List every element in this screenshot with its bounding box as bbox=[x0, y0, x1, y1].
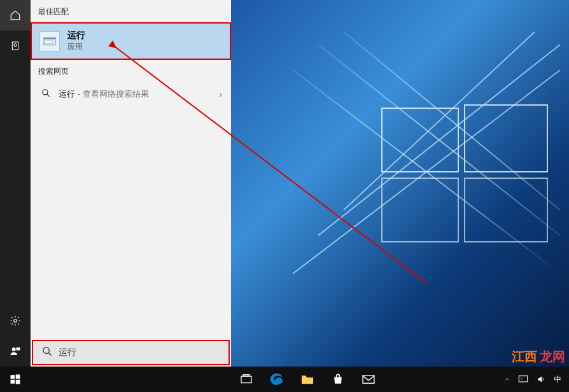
svg-rect-16 bbox=[11, 375, 15, 379]
desktop: 最佳匹配 运行 应用 搜索网页 运行 - 查看网络搜索结果 › bbox=[0, 0, 569, 392]
svg-rect-18 bbox=[11, 380, 15, 384]
svg-rect-21 bbox=[243, 375, 249, 376]
svg-rect-17 bbox=[16, 375, 20, 379]
start-button[interactable] bbox=[0, 367, 31, 392]
search-web-header: 搜索网页 bbox=[31, 60, 231, 82]
settings-gear-icon[interactable] bbox=[0, 305, 31, 336]
notebook-icon[interactable] bbox=[0, 31, 31, 61]
svg-rect-10 bbox=[44, 38, 55, 39]
svg-rect-0 bbox=[382, 108, 458, 172]
home-icon[interactable] bbox=[0, 0, 31, 31]
input-indicator-icon[interactable] bbox=[514, 367, 532, 392]
svg-line-13 bbox=[47, 94, 50, 97]
svg-rect-8 bbox=[17, 347, 20, 351]
search-input[interactable] bbox=[59, 347, 220, 358]
feedback-person-icon[interactable] bbox=[0, 336, 31, 367]
watermark: 江西龙网 bbox=[512, 348, 565, 365]
system-tray: 中 bbox=[500, 367, 569, 392]
ime-indicator[interactable]: 中 bbox=[550, 367, 565, 392]
volume-icon[interactable] bbox=[532, 367, 550, 392]
best-match-subtitle: 应用 bbox=[67, 41, 85, 52]
search-icon bbox=[39, 88, 52, 100]
chevron-right-icon: › bbox=[219, 89, 222, 99]
svg-rect-20 bbox=[241, 376, 251, 382]
svg-point-7 bbox=[12, 347, 16, 351]
search-icon bbox=[42, 346, 52, 359]
svg-rect-19 bbox=[16, 380, 20, 384]
svg-point-5 bbox=[14, 44, 17, 46]
web-search-result[interactable]: 运行 - 查看网络搜索结果 › bbox=[31, 82, 231, 106]
svg-point-14 bbox=[43, 347, 49, 353]
svg-rect-4 bbox=[12, 42, 18, 50]
svg-line-15 bbox=[48, 353, 52, 356]
run-app-icon bbox=[39, 31, 60, 52]
best-match-title: 运行 bbox=[67, 30, 85, 41]
svg-point-6 bbox=[14, 319, 17, 323]
svg-rect-23 bbox=[519, 376, 527, 382]
mail-button[interactable] bbox=[353, 367, 384, 392]
edge-browser-button[interactable] bbox=[262, 367, 292, 392]
taskbar: 中 bbox=[0, 367, 569, 392]
tray-chevron-up-icon[interactable] bbox=[500, 367, 514, 392]
svg-rect-22 bbox=[363, 375, 374, 383]
best-match-header: 最佳匹配 bbox=[31, 0, 231, 22]
search-panel: 最佳匹配 运行 应用 搜索网页 运行 - 查看网络搜索结果 › bbox=[31, 0, 231, 367]
search-box[interactable] bbox=[32, 340, 230, 365]
task-view-button[interactable] bbox=[231, 367, 262, 392]
svg-point-12 bbox=[43, 90, 48, 95]
web-result-text: 运行 - 查看网络搜索结果 bbox=[59, 88, 219, 100]
best-match-result-run-app[interactable]: 运行 应用 bbox=[31, 22, 231, 60]
store-button[interactable] bbox=[323, 367, 353, 392]
cortana-rail bbox=[0, 0, 31, 367]
svg-rect-1 bbox=[465, 105, 547, 172]
svg-rect-11 bbox=[45, 41, 53, 43]
wallpaper-windows-light bbox=[255, 32, 560, 350]
file-explorer-button[interactable] bbox=[292, 367, 323, 392]
